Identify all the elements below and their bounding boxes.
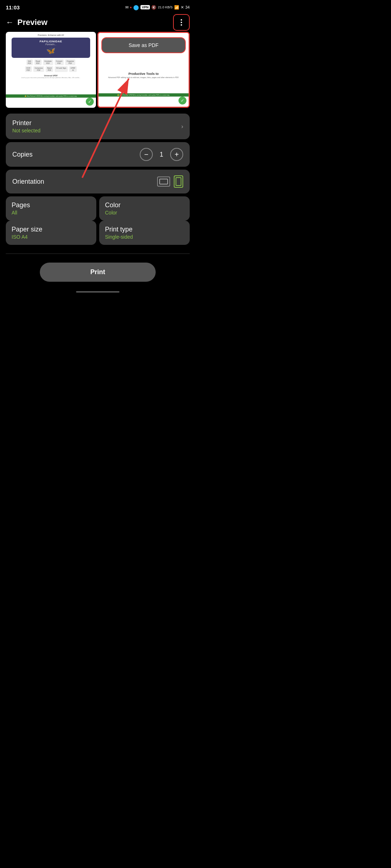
printer-row[interactable]: Printer Not selected › xyxy=(6,114,190,139)
pdf-card-subtitle: Level up your document productivity acro… xyxy=(21,77,81,78)
paper-size-cell[interactable]: Paper size ISO A4 xyxy=(6,221,96,245)
page-title: Preview xyxy=(17,18,47,27)
print-type-cell[interactable]: Print type Single-sided xyxy=(99,221,190,245)
pages-label: Pages xyxy=(12,201,91,209)
printer-value: Not selected xyxy=(12,128,41,133)
portrait-orientation-button[interactable] xyxy=(174,175,183,188)
wifi-icon: 📶 xyxy=(174,5,179,10)
print-button-area: Print xyxy=(0,254,196,288)
settings-grid-2: Paper size ISO A4 Print type Single-side… xyxy=(0,221,196,245)
vpn-badge: VPN xyxy=(140,5,150,9)
mute-icon: 🔇 xyxy=(151,5,156,10)
pdf-bottom-banner-right: 🔔 New Release! UPDF AI is coming! transl… xyxy=(98,93,189,97)
print-button[interactable]: Print xyxy=(40,263,156,282)
home-indicator xyxy=(0,288,196,298)
battery: 34 xyxy=(185,5,190,9)
more-button[interactable] xyxy=(173,14,190,31)
header-left: ← Preview xyxy=(6,18,47,27)
landscape-icon xyxy=(159,179,168,184)
counter-controls: − 1 + xyxy=(140,148,183,161)
save-pdf-overlay[interactable]: Save as PDF xyxy=(101,37,186,53)
app-header: ← Preview xyxy=(0,13,196,32)
printer-label: Printer xyxy=(12,119,41,127)
pdf-top-text: Precision, Enhance with AI! xyxy=(38,34,64,36)
save-pdf-label: Save as PDF xyxy=(129,42,158,48)
settings-grid-1: Pages All Color Color xyxy=(0,196,196,221)
check-badge-right: ✓ xyxy=(178,97,186,105)
pages-value: All xyxy=(12,210,91,216)
color-value: Color xyxy=(105,210,184,216)
copies-value: 1 xyxy=(158,151,165,158)
pdf-logo-area: PAPILIONIDAE Forewin... 🦋 xyxy=(12,38,90,58)
status-bar: 11:03 ✉ ▪ ⬤ VPN 🔇 21.0 KB/S 📶 ✕ 34 xyxy=(0,0,196,13)
orientation-label: Orientation xyxy=(12,178,44,186)
app-icon-2: ⬤ xyxy=(133,4,139,10)
x-icon: ✕ xyxy=(181,5,184,10)
preview-card-right[interactable]: Save as PDF Productive Tools to Advanced… xyxy=(97,32,190,108)
color-label: Color xyxy=(105,201,184,209)
app-icon-1: ▪ xyxy=(130,4,132,10)
pdf-logo-text: PAPILIONIDAE xyxy=(39,40,62,43)
pages-cell[interactable]: Pages All xyxy=(6,196,96,221)
copies-label: Copies xyxy=(12,151,33,158)
pdf-icons-row: EditPDF ReadPDF AnnotatePDF ConvertPDF O… xyxy=(26,59,76,65)
copies-decrement-button[interactable]: − xyxy=(140,148,153,161)
back-button[interactable]: ← xyxy=(6,18,14,27)
pdf-icons-row-2: OCRPDF CompressPDF BatchPDF Fill and Sig… xyxy=(25,66,77,72)
printer-chevron: › xyxy=(181,123,183,130)
network-speed: 21.0 KB/S xyxy=(158,5,173,9)
landscape-orientation-button[interactable] xyxy=(157,176,170,187)
paper-size-value: ISO A4 xyxy=(12,234,91,240)
copies-row: Copies − 1 + xyxy=(6,142,190,167)
status-icons: ✉ ▪ ⬤ VPN 🔇 21.0 KB/S 📶 ✕ 34 xyxy=(125,4,190,10)
status-time: 11:03 xyxy=(6,4,20,10)
paper-size-label: Paper size xyxy=(12,226,91,233)
more-dots-icon xyxy=(181,19,182,26)
home-bar xyxy=(76,291,119,293)
preview-card-left[interactable]: Precision, Enhance with AI! PAPILIONIDAE… xyxy=(6,32,96,108)
right-card-content: Productive Tools to Advanced PDF editing… xyxy=(98,69,189,81)
check-badge-left: ✓ xyxy=(86,98,94,106)
right-card-title: Productive Tools to xyxy=(101,72,186,76)
settings-section: Printer Not selected › Copies − 1 + Orie… xyxy=(0,114,196,193)
print-type-label: Print type xyxy=(105,226,184,233)
orientation-row: Orientation xyxy=(6,170,190,193)
print-type-value: Single-sided xyxy=(105,234,184,240)
color-cell[interactable]: Color Color xyxy=(99,196,190,221)
right-card-subtitle: Advanced PDF editing tools to edit text,… xyxy=(101,76,186,78)
mail-icon: ✉ xyxy=(125,5,129,10)
preview-grid: Precision, Enhance with AI! PAPILIONIDAE… xyxy=(0,32,196,108)
orientation-controls xyxy=(157,175,183,188)
copies-increment-button[interactable]: + xyxy=(170,148,183,161)
portrait-icon xyxy=(176,177,181,186)
pdf-bottom-banner-left: 🔔 New Release! UPDF AI is coming! transl… xyxy=(6,94,96,98)
